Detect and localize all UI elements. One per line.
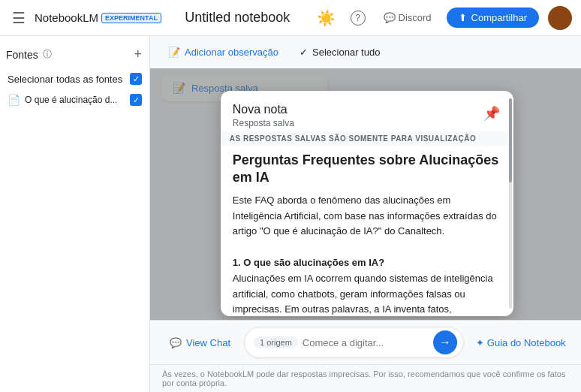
view-chat-label: View Chat	[186, 337, 230, 348]
modal-overlay: Nova nota Resposta salva 📌 AS RESPOSTAS …	[150, 68, 581, 320]
add-icon: +	[134, 47, 142, 62]
modal-title: Nova nota	[233, 103, 294, 116]
pin-icon: 📌	[483, 106, 500, 121]
add-note-button[interactable]: 📝 Adicionar observação	[162, 44, 284, 61]
modal-badge: AS RESPOSTAS SALVAS SÃO SOMENTE PARA VIS…	[221, 131, 513, 146]
brand-logo: NotebookLM EXPERIMENTAL	[35, 11, 161, 24]
bottom-bar: 💬 View Chat 1 origem → ✦ Guia do Noteboo…	[150, 320, 581, 364]
experimental-badge: EXPERIMENTAL	[101, 13, 161, 23]
checkmark-icon: ✓	[300, 47, 308, 58]
select-all-row: Selecionar todas as fontes	[6, 70, 143, 88]
top-header: ☰ NotebookLM EXPERIMENTAL Untitled noteb…	[0, 0, 581, 36]
modal-header: Nova nota Resposta salva 📌	[221, 91, 513, 131]
info-icon: ⓘ	[43, 48, 52, 61]
notebook-title[interactable]: Untitled notebook	[167, 10, 308, 26]
sidebar: Fontes ⓘ + Selecionar todas as fontes 📄 …	[0, 36, 150, 392]
modal-paragraph1: Este FAQ aborda o fenômeno das alucinaçõ…	[233, 194, 497, 237]
notebook-guide-button[interactable]: ✦ Guia do Notebook	[470, 333, 572, 353]
add-source-button[interactable]: +	[132, 45, 143, 64]
modal-subtitle: Resposta salva	[233, 118, 294, 128]
modal-card: Nova nota Resposta salva 📌 AS RESPOSTAS …	[221, 91, 513, 316]
select-all-label: Selecionar todas as fontes	[8, 74, 124, 85]
send-icon: →	[439, 336, 451, 349]
menu-button[interactable]: ☰	[9, 6, 29, 30]
discord-button[interactable]: 💬 Discord	[378, 9, 438, 26]
add-note-label: Adicionar observação	[185, 47, 278, 58]
source-item[interactable]: 📄 O que é alucinação d...	[6, 91, 143, 109]
help-icon: ?	[351, 11, 366, 26]
brand-name: NotebookLM	[35, 11, 98, 24]
share-icon: ⬆	[459, 12, 467, 23]
discord-label: Discord	[399, 12, 432, 23]
scrollbar-track	[509, 98, 512, 309]
add-note-icon: 📝	[168, 47, 180, 58]
disclaimer: Às vezes, o NotebookLM pode dar resposta…	[150, 364, 581, 392]
guide-label: Guia do Notebook	[487, 337, 566, 348]
disclaimer-text: Às vezes, o NotebookLM pode dar resposta…	[162, 369, 565, 387]
modal-body[interactable]: Perguntas Frequentes sobre Alucinações e…	[221, 146, 513, 316]
header-left: ☰ NotebookLM EXPERIMENTAL	[9, 6, 161, 30]
select-all-checkbox[interactable]	[130, 73, 142, 85]
brightness-icon: ☀️	[317, 9, 336, 27]
select-all-button[interactable]: ✓ Selecionar tudo	[294, 44, 386, 61]
discord-icon: 💬	[384, 12, 396, 23]
modal-content-title: Perguntas Frequentes sobre Alucinações e…	[233, 152, 501, 187]
header-right: ☀️ ? 💬 Discord ⬆ Compartilhar	[314, 6, 573, 30]
modal-title-group: Nova nota Resposta salva	[233, 103, 294, 128]
share-label: Compartilhar	[471, 12, 527, 23]
source-checkbox[interactable]	[130, 94, 142, 106]
send-button[interactable]: →	[433, 330, 457, 354]
chat-input[interactable]	[303, 337, 429, 348]
modal-content-text: Este FAQ aborda o fenômeno das alucinaçõ…	[233, 193, 501, 316]
help-button[interactable]: ?	[348, 8, 369, 29]
content-toolbar: 📝 Adicionar observação ✓ Selecionar tudo	[150, 36, 581, 68]
notes-area: 📝 Resposta salva Nova nota Resposta salv…	[150, 68, 581, 320]
document-icon: 📄	[8, 94, 20, 106]
avatar[interactable]	[548, 6, 572, 30]
chat-input-wrapper: 1 origem →	[244, 327, 464, 358]
modal-answer1: Alucinações em IA ocorrem quando sistema…	[233, 273, 494, 316]
main-layout: Fontes ⓘ + Selecionar todas as fontes 📄 …	[0, 36, 581, 392]
brightness-button[interactable]: ☀️	[314, 6, 339, 30]
source-badge: 1 origem	[254, 336, 298, 348]
sidebar-header: Fontes ⓘ +	[6, 45, 143, 64]
view-chat-button[interactable]: 💬 View Chat	[162, 333, 238, 353]
sidebar-title-text: Fontes	[6, 49, 38, 61]
share-button[interactable]: ⬆ Compartilhar	[447, 8, 539, 28]
chat-icon: 💬	[170, 337, 182, 348]
sidebar-title: Fontes ⓘ	[6, 48, 52, 61]
guide-icon: ✦	[476, 337, 484, 348]
modal-question1: 1. O que são alucinações em IA?	[233, 257, 384, 268]
pin-button[interactable]: 📌	[482, 103, 501, 123]
scrollbar-thumb	[509, 98, 512, 182]
select-all-toolbar-label: Selecionar tudo	[312, 47, 380, 58]
hamburger-icon: ☰	[12, 9, 26, 27]
content-area: 📝 Adicionar observação ✓ Selecionar tudo…	[150, 36, 581, 392]
source-label: O que é alucinação d...	[25, 95, 125, 105]
